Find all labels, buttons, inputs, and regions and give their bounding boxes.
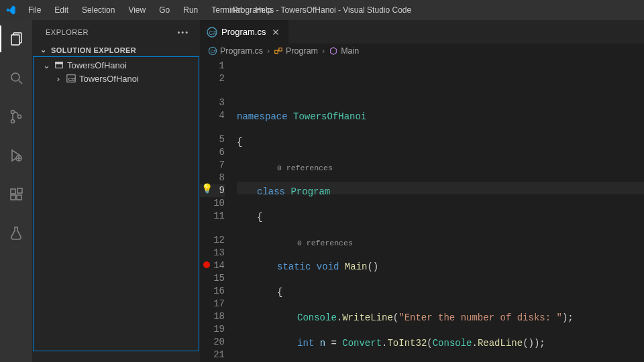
editor: C# Program.cs C# Program.cs › Program › [200,20,644,362]
tab-program-cs[interactable]: C# Program.cs [200,20,289,44]
testing-icon[interactable] [0,220,32,247]
csharp-file-icon: C# [207,27,217,38]
source-control-icon[interactable] [0,103,32,130]
menu-edit[interactable]: Edit [49,3,74,17]
svg-rect-22 [275,50,278,53]
breadcrumbs[interactable]: C# Program.cs › Program › Main [200,44,644,58]
svg-point-4 [11,111,15,114]
menu-go[interactable]: Go [154,3,175,17]
chevron-right-icon: › [267,46,270,56]
close-icon[interactable] [270,26,282,38]
code-content[interactable]: namespace TowersOfHanoi { 0 references c… [237,58,644,362]
svg-point-5 [11,120,15,123]
breadcrumb-file[interactable]: C# Program.cs [208,46,263,56]
solution-icon [54,60,64,70]
svg-point-6 [18,115,21,119]
extensions-icon[interactable] [0,181,32,208]
chevron-down-icon: ⌄ [42,60,51,70]
activity-bar [0,20,32,362]
lightbulb-icon[interactable]: 💡 [201,183,213,196]
vscode-logo-icon [5,5,16,15]
svg-rect-1 [11,35,19,45]
svg-rect-13 [56,62,63,64]
chevron-right-icon: › [54,74,63,84]
svg-rect-23 [279,48,282,51]
svg-point-2 [11,73,19,81]
run-debug-icon[interactable] [0,142,32,169]
breadcrumb-class[interactable]: Program [274,46,318,56]
sidebar-title: EXPLORER [46,28,89,36]
svg-rect-9 [11,195,15,200]
gutter[interactable]: 💡 1 2 3 4 5 6 7 8 9 10 11 12 [200,58,237,362]
breakpoint-icon[interactable] [203,261,210,268]
editor-tabs: C# Program.cs [200,20,644,44]
explorer-icon[interactable] [0,25,32,52]
csharp-project-icon: C# [66,73,76,84]
chevron-right-icon: › [322,46,325,56]
svg-text:C#: C# [68,76,76,82]
tree-solution-node[interactable]: ⌄ TowersOfHanoi [34,58,199,72]
svg-rect-10 [17,195,21,200]
svg-text:C#: C# [209,29,217,36]
breadcrumb-method[interactable]: Main [329,46,359,56]
tree-project-node[interactable]: › C# TowersOfHanoi [34,72,199,85]
solution-tree: ⌄ TowersOfHanoi › C# TowersOfHanoi [33,56,199,351]
sidebar: EXPLORER ••• ⌄ SOLUTION EXPLORER ⌄ Tower… [32,20,200,362]
chevron-down-icon: ⌄ [39,46,48,54]
code-editor[interactable]: 💡 1 2 3 4 5 6 7 8 9 10 11 12 [200,58,644,362]
svg-rect-8 [11,189,15,194]
window-title: Program.cs - TowersOfHanoi - Visual Stud… [233,5,411,15]
svg-text:C#: C# [211,49,217,54]
sidebar-section-solution[interactable]: ⌄ SOLUTION EXPLORER [32,44,200,56]
more-icon[interactable]: ••• [177,28,189,36]
title-bar: File Edit Selection View Go Run Terminal… [0,0,644,20]
menu-view[interactable]: View [123,3,151,17]
search-icon[interactable] [0,64,32,91]
sidebar-header: EXPLORER ••• [32,20,200,44]
menu-selection[interactable]: Selection [76,3,120,17]
svg-line-3 [19,80,22,84]
svg-rect-11 [17,188,22,193]
menu-run[interactable]: Run [178,3,203,17]
menu-file[interactable]: File [23,3,46,17]
